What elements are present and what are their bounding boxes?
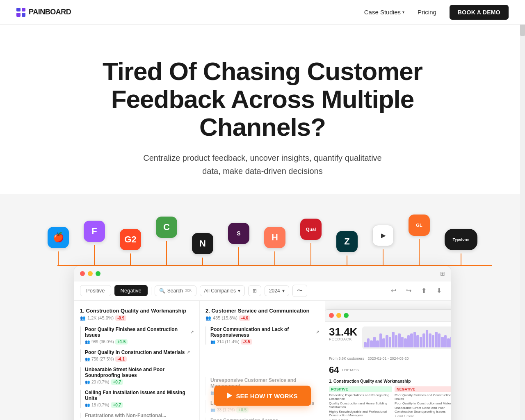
hero-headline: Tired Of Chasing Customer Feedback Acros… [98, 57, 427, 142]
aw2-col-grid: POSITIVE Exceeding Expectations and Reco… [329, 386, 451, 420]
arrow-icon: ↗ [187, 350, 190, 354]
neg-header-1: NEGATIVE [395, 386, 451, 392]
pain-item-2-4: Poor Communication Across... [205, 418, 319, 420]
appstore-icon: 🍎 [48, 227, 69, 248]
integration-gitlab: GL [409, 215, 430, 266]
zendesk-icon: Z [336, 231, 358, 252]
chevron-down-icon: ▾ [238, 288, 240, 294]
col-1-meta: 👥 1.2K (45.0%) -0.9 [80, 315, 194, 321]
integrations-section: 🍎 F G2 C N S H Qual [0, 194, 525, 420]
integration-g2: G2 [120, 229, 141, 266]
list-item: Poor Quality Finishes and Construction I… [395, 393, 451, 401]
nav-case-studies[interactable]: Case Studies ▾ [364, 9, 404, 16]
chart-bar [447, 338, 450, 347]
col-2-title: 2. Customer Service and Communication [205, 308, 319, 314]
chevron-down-icon: ▾ [402, 10, 404, 14]
col-2-badge: -4.6 [239, 315, 250, 321]
tab-negative[interactable]: Negative [114, 285, 148, 296]
g2-icon: G2 [120, 229, 141, 250]
tab-positive[interactable]: Positive [80, 285, 111, 296]
search-button[interactable]: 🔍 Search ⌘K [155, 285, 196, 296]
typeform-icon: Typeform [445, 229, 477, 250]
dot-close-2 [329, 313, 334, 318]
chart-bar [429, 333, 431, 347]
chart-bar [413, 332, 416, 347]
qualtrics-icon: Qual [300, 219, 322, 240]
figma-icon: F [84, 221, 105, 242]
companies-filter[interactable]: All Companies ▾ [200, 285, 245, 296]
dot-maximize-2 [344, 313, 349, 318]
integration-googleplay: ▶ [372, 225, 394, 266]
scrollbar[interactable] [520, 0, 525, 420]
integration-hubspot: H [264, 227, 285, 266]
themes-num: 64 [329, 365, 339, 375]
dot-maximize [96, 271, 100, 276]
from-customers: From 6.6K customers 2023-01-01 - 2024-09… [329, 356, 451, 361]
mini-chart [362, 326, 451, 353]
app-col-1: 1. Construction Quality and Workmanship … [74, 301, 200, 420]
logo[interactable]: PAINBOARD [16, 8, 71, 17]
arrow-icon: ↗ [316, 330, 319, 334]
list-item: Quality Construction and Home Building S… [329, 402, 392, 409]
app-toolbar: Positive Negative 🔍 Search ⌘K All Compan… [74, 281, 451, 301]
list-item: Unbearable Street Noise and Poor Constru… [395, 406, 451, 413]
pos-col-1: POSITIVE Exceeding Expectations and Reco… [329, 386, 392, 420]
chart-bar [395, 335, 398, 347]
year-filter[interactable]: 2024 ▾ [265, 285, 289, 296]
pos-header-1: POSITIVE [329, 386, 392, 392]
chart-bar [435, 332, 438, 347]
navbar: PAINBOARD Case Studies ▾ Pricing BOOK A … [0, 0, 525, 25]
chart-bar [398, 333, 401, 347]
dot-close [80, 271, 85, 276]
funnel-icon-btn[interactable]: ⊞ [248, 285, 261, 296]
dot-minimize [88, 271, 93, 276]
undo-btn[interactable]: ↩ [388, 285, 399, 297]
googleplay-icon: ▶ [372, 225, 394, 246]
app-col-2: 2. Customer Service and Communication 👥 … [200, 301, 325, 420]
nav-pricing[interactable]: Pricing [418, 9, 436, 16]
trend-btn[interactable]: 〜 [292, 285, 307, 297]
integration-zendesk: Z [336, 231, 358, 266]
badge-up: +0.7 [111, 379, 123, 385]
grid-icon: ⊞ [440, 270, 445, 277]
integration-figma: F [84, 221, 105, 266]
chart-bar [441, 337, 444, 347]
chart-bar [386, 335, 388, 347]
users-icon: 👥 [85, 340, 90, 344]
app-screenshot-area: ⊞ Positive Negative 🔍 Search ⌘K All Comp… [57, 266, 468, 420]
download-btn[interactable]: ⬇ [433, 285, 445, 297]
pain-item-1-5: Frustrations with Non-Functional... [80, 413, 194, 418]
list-item: + and 3 more... [329, 418, 392, 420]
pain-item-1-2: Poor Quality in Construction and Materia… [80, 349, 194, 362]
book-demo-button[interactable]: BOOK A DEMO [450, 5, 509, 20]
notion-icon: N [192, 233, 213, 254]
logo-text: PAINBOARD [29, 8, 71, 16]
col-1-badge: -0.9 [115, 315, 126, 321]
app-icons-left: ⊞ [440, 270, 445, 277]
aw2-section1: 1. Construction Quality and Workmanship … [329, 378, 451, 420]
feedback-count: 31.4K [329, 326, 357, 337]
users-icon: 👥 [205, 315, 211, 321]
themes-count-row: 64 THEMES [329, 365, 451, 375]
share-btn[interactable]: ⬆ [418, 285, 430, 297]
chart-bar [422, 333, 425, 347]
badge-down: -4.1 [115, 356, 126, 362]
see-how-overlay: SEE HOW IT WORKS [214, 386, 311, 406]
integration-appstore: 🍎 [48, 227, 69, 266]
chart-bar [379, 333, 382, 347]
chart-bar [450, 337, 451, 347]
integration-typeform: Typeform [445, 229, 477, 266]
chart-bar [389, 337, 392, 347]
dot-minimize-2 [336, 313, 341, 318]
redo-btn[interactable]: ↪ [403, 285, 415, 297]
hero-subtext: Centralize product feedback, uncover ins… [139, 151, 386, 178]
integration-notion: N [192, 233, 213, 266]
chart-bar [426, 330, 429, 347]
chart-bar [410, 333, 413, 347]
see-how-works-button[interactable]: SEE HOW IT WORKS [214, 386, 311, 406]
badge-up: +0.7 [111, 402, 123, 408]
chart-bar [420, 337, 422, 347]
pain-item-2-1: Poor Communication and Lack of Responsiv… [205, 326, 319, 345]
chart-bar [416, 335, 419, 347]
users-icon: 👥 [85, 380, 90, 384]
